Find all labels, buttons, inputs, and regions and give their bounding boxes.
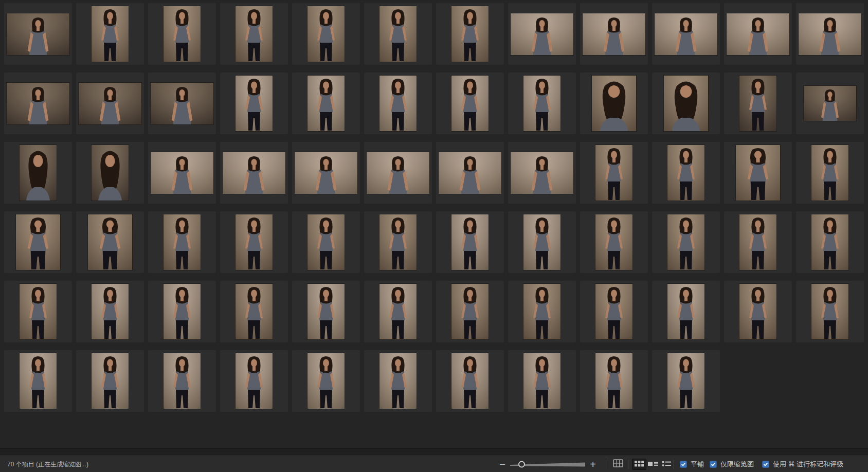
- thumbnail-cell[interactable]: [76, 3, 144, 65]
- photo-thumbnail[interactable]: [523, 353, 560, 409]
- zoom-out-button[interactable]: −: [497, 459, 508, 469]
- photo-thumbnail[interactable]: [164, 214, 201, 270]
- thumbnail-cell[interactable]: [148, 3, 216, 65]
- thumbnail-cell[interactable]: [580, 3, 648, 65]
- photo-thumbnail[interactable]: [308, 214, 345, 270]
- option-thumbnails-only[interactable]: 仅限缩览图: [710, 460, 754, 469]
- zoom-in-button[interactable]: +: [587, 459, 599, 469]
- thumbnail-cell[interactable]: [4, 142, 72, 204]
- photo-thumbnail[interactable]: [451, 76, 489, 131]
- thumbnail-cell[interactable]: [220, 142, 288, 204]
- thumbnail-cell[interactable]: [364, 281, 432, 342]
- thumbnail-cell[interactable]: [364, 142, 432, 204]
- thumbnail-cell[interactable]: [292, 142, 360, 204]
- photo-thumbnail[interactable]: [595, 353, 632, 409]
- thumbnail-cell[interactable]: [436, 72, 504, 134]
- thumbnail-cell[interactable]: [220, 211, 288, 273]
- photo-thumbnail[interactable]: [16, 214, 60, 270]
- photo-thumbnail[interactable]: [164, 353, 201, 409]
- photo-thumbnail[interactable]: [799, 13, 861, 55]
- thumbnail-cell[interactable]: [580, 142, 648, 204]
- photo-thumbnail[interactable]: [664, 76, 708, 131]
- photo-thumbnail[interactable]: [523, 76, 560, 131]
- thumbnail-cell[interactable]: [796, 142, 864, 204]
- thumbnail-cell[interactable]: [220, 72, 288, 134]
- photo-thumbnail[interactable]: [523, 214, 560, 270]
- photo-thumbnail[interactable]: [308, 76, 345, 131]
- thumbnail-cell[interactable]: [220, 281, 288, 342]
- thumbnail-cell[interactable]: [76, 72, 144, 134]
- photo-thumbnail[interactable]: [7, 13, 69, 55]
- photo-thumbnail[interactable]: [811, 145, 848, 201]
- thumbnail-cell[interactable]: [148, 142, 216, 204]
- photo-thumbnail[interactable]: [727, 13, 789, 55]
- photo-thumbnail[interactable]: [164, 284, 201, 339]
- photo-thumbnail[interactable]: [379, 6, 417, 62]
- photo-thumbnail[interactable]: [595, 284, 632, 339]
- photo-thumbnail[interactable]: [88, 214, 132, 270]
- thumbnail-cell[interactable]: [508, 3, 576, 65]
- photo-thumbnail[interactable]: [595, 214, 632, 270]
- thumbnail-cell[interactable]: [508, 281, 576, 342]
- thumbnail-cell[interactable]: [724, 3, 792, 65]
- thumbnail-cell[interactable]: [652, 211, 720, 273]
- photo-thumbnail[interactable]: [379, 76, 417, 131]
- thumbnail-cell[interactable]: [76, 281, 144, 342]
- thumbnail-cell[interactable]: [76, 211, 144, 273]
- thumbnail-cell[interactable]: [652, 72, 720, 134]
- photo-thumbnail[interactable]: [667, 284, 704, 339]
- photo-thumbnail[interactable]: [595, 145, 632, 201]
- option-tile[interactable]: 平铺: [680, 460, 704, 469]
- photo-thumbnail[interactable]: [79, 83, 141, 124]
- thumbnail-cell[interactable]: [652, 281, 720, 342]
- thumbnail-cell[interactable]: [148, 72, 216, 134]
- thumbnail-cell[interactable]: [76, 142, 144, 204]
- thumbnail-cell[interactable]: [508, 142, 576, 204]
- thumbnail-cell[interactable]: [796, 3, 864, 65]
- photo-thumbnail[interactable]: [379, 214, 417, 270]
- thumbnail-cell[interactable]: [4, 3, 72, 65]
- photo-thumbnail[interactable]: [308, 6, 345, 62]
- photo-thumbnail[interactable]: [20, 284, 57, 339]
- thumbnail-cell[interactable]: [436, 281, 504, 342]
- thumbnail-cell[interactable]: [724, 72, 792, 134]
- photo-thumbnail[interactable]: [7, 83, 69, 124]
- thumbnail-cell[interactable]: [796, 72, 864, 134]
- thumbnail-cell[interactable]: [364, 350, 432, 412]
- photo-thumbnail[interactable]: [804, 86, 856, 121]
- thumbnail-cell[interactable]: [148, 281, 216, 342]
- thumbnail-cell[interactable]: [292, 281, 360, 342]
- thumbnail-cell[interactable]: [364, 211, 432, 273]
- thumbnail-cell[interactable]: [292, 72, 360, 134]
- thumbnail-cell[interactable]: [580, 72, 648, 134]
- photo-thumbnail[interactable]: [308, 284, 345, 339]
- thumbnail-cell[interactable]: [364, 72, 432, 134]
- photo-thumbnail[interactable]: [236, 76, 273, 131]
- thumbnail-cell[interactable]: [436, 142, 504, 204]
- photo-thumbnail[interactable]: [236, 6, 273, 62]
- photo-thumbnail[interactable]: [739, 76, 776, 131]
- photo-thumbnail[interactable]: [523, 284, 560, 339]
- photo-thumbnail[interactable]: [667, 145, 704, 201]
- photo-thumbnail[interactable]: [20, 353, 57, 409]
- photo-thumbnail[interactable]: [451, 6, 489, 62]
- view-thumbnails-button[interactable]: [632, 459, 646, 470]
- thumbnail-cell[interactable]: [580, 350, 648, 412]
- photo-thumbnail[interactable]: [451, 353, 489, 409]
- grid-lock-button[interactable]: [611, 459, 625, 470]
- thumbnail-cell[interactable]: [220, 3, 288, 65]
- thumbnail-cell[interactable]: [724, 281, 792, 342]
- thumbnail-cell[interactable]: [652, 350, 720, 412]
- thumbnail-cell[interactable]: [76, 350, 144, 412]
- thumbnail-cell[interactable]: [292, 3, 360, 65]
- photo-thumbnail[interactable]: [511, 152, 573, 194]
- photo-thumbnail[interactable]: [92, 6, 129, 62]
- checkbox-checked-icon[interactable]: [710, 461, 717, 468]
- thumbnail-cell[interactable]: [220, 350, 288, 412]
- photo-thumbnail[interactable]: [20, 145, 57, 201]
- thumbnail-cell[interactable]: [580, 281, 648, 342]
- thumbnail-cell[interactable]: [4, 350, 72, 412]
- photo-thumbnail[interactable]: [811, 284, 848, 339]
- photo-thumbnail[interactable]: [592, 76, 636, 131]
- photo-thumbnail[interactable]: [451, 214, 489, 270]
